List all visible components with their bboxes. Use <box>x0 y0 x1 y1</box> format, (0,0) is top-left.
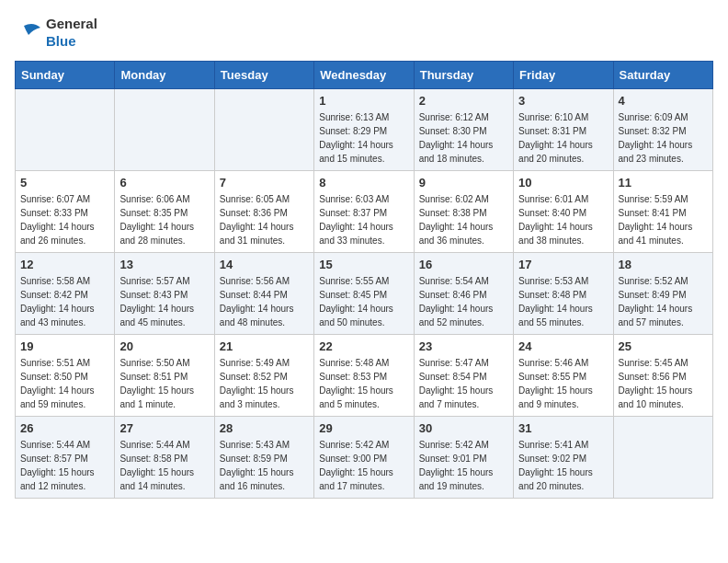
day-info: Sunrise: 5:41 AMSunset: 9:02 PMDaylight:… <box>518 438 608 493</box>
day-cell-16: 16Sunrise: 5:54 AMSunset: 8:46 PMDayligh… <box>414 253 513 335</box>
day-cell-empty <box>115 89 214 171</box>
day-info: Sunrise: 6:09 AMSunset: 8:32 PMDaylight:… <box>619 110 708 166</box>
day-number: 1 <box>319 94 408 108</box>
day-number: 24 <box>518 339 608 353</box>
day-number: 6 <box>119 176 209 190</box>
day-number: 16 <box>419 258 508 271</box>
day-info: Sunrise: 6:07 AMSunset: 8:33 PMDaylight:… <box>20 192 109 247</box>
day-info: Sunrise: 5:50 AMSunset: 8:51 PMDaylight:… <box>119 356 209 411</box>
logo: GeneralBlue <box>15 15 97 50</box>
day-number: 23 <box>419 339 508 353</box>
day-info: Sunrise: 6:05 AMSunset: 8:36 PMDaylight:… <box>220 192 309 247</box>
day-number: 9 <box>419 176 508 190</box>
week-row-4: 19Sunrise: 5:51 AMSunset: 8:50 PMDayligh… <box>16 335 713 417</box>
day-info: Sunrise: 5:56 AMSunset: 8:44 PMDaylight:… <box>220 274 309 329</box>
day-cell-empty <box>613 417 712 499</box>
day-cell-2: 2Sunrise: 6:12 AMSunset: 8:30 PMDaylight… <box>414 89 513 171</box>
day-cell-28: 28Sunrise: 5:43 AMSunset: 8:59 PMDayligh… <box>214 417 313 499</box>
day-cell-4: 4Sunrise: 6:09 AMSunset: 8:32 PMDaylight… <box>613 89 712 171</box>
col-header-wednesday: Wednesday <box>314 62 414 89</box>
day-cell-3: 3Sunrise: 6:10 AMSunset: 8:31 PMDaylight… <box>514 89 613 171</box>
day-info: Sunrise: 5:45 AMSunset: 8:56 PMDaylight:… <box>619 356 708 411</box>
logo-blue-text: Blue <box>46 33 76 49</box>
week-row-3: 12Sunrise: 5:58 AMSunset: 8:42 PMDayligh… <box>16 253 713 335</box>
day-number: 19 <box>20 339 109 353</box>
week-row-1: 1Sunrise: 6:13 AMSunset: 8:29 PMDaylight… <box>16 89 713 171</box>
day-info: Sunrise: 5:58 AMSunset: 8:42 PMDaylight:… <box>20 274 109 329</box>
day-info: Sunrise: 5:55 AMSunset: 8:45 PMDaylight:… <box>319 274 408 329</box>
day-number: 2 <box>419 94 508 108</box>
day-number: 30 <box>419 421 508 435</box>
day-cell-21: 21Sunrise: 5:49 AMSunset: 8:52 PMDayligh… <box>214 335 313 417</box>
week-row-2: 5Sunrise: 6:07 AMSunset: 8:33 PMDaylight… <box>16 171 713 253</box>
day-number: 4 <box>619 94 708 108</box>
day-number: 10 <box>518 176 608 190</box>
day-info: Sunrise: 5:52 AMSunset: 8:49 PMDaylight:… <box>619 274 708 329</box>
day-cell-14: 14Sunrise: 5:56 AMSunset: 8:44 PMDayligh… <box>214 253 313 335</box>
calendar-table: SundayMondayTuesdayWednesdayThursdayFrid… <box>15 61 713 499</box>
day-info: Sunrise: 5:48 AMSunset: 8:53 PMDaylight:… <box>319 356 408 411</box>
day-info: Sunrise: 5:49 AMSunset: 8:52 PMDaylight:… <box>220 356 309 411</box>
day-cell-6: 6Sunrise: 6:06 AMSunset: 8:35 PMDaylight… <box>115 171 214 253</box>
day-info: Sunrise: 6:02 AMSunset: 8:38 PMDaylight:… <box>419 192 508 247</box>
day-number: 20 <box>119 339 209 353</box>
logo-general-text: General <box>46 16 97 31</box>
header: GeneralBlue <box>15 15 713 50</box>
day-number: 22 <box>319 339 408 353</box>
day-number: 14 <box>220 258 309 271</box>
day-info: Sunrise: 6:10 AMSunset: 8:31 PMDaylight:… <box>518 110 608 166</box>
day-cell-29: 29Sunrise: 5:42 AMSunset: 9:00 PMDayligh… <box>314 417 414 499</box>
day-cell-30: 30Sunrise: 5:42 AMSunset: 9:01 PMDayligh… <box>414 417 513 499</box>
day-info: Sunrise: 5:57 AMSunset: 8:43 PMDaylight:… <box>119 274 209 329</box>
day-cell-22: 22Sunrise: 5:48 AMSunset: 8:53 PMDayligh… <box>314 335 414 417</box>
col-header-monday: Monday <box>115 62 214 89</box>
day-info: Sunrise: 6:13 AMSunset: 8:29 PMDaylight:… <box>319 110 408 166</box>
col-header-saturday: Saturday <box>613 62 712 89</box>
logo-text: GeneralBlue <box>46 15 97 50</box>
day-cell-12: 12Sunrise: 5:58 AMSunset: 8:42 PMDayligh… <box>16 253 115 335</box>
day-cell-19: 19Sunrise: 5:51 AMSunset: 8:50 PMDayligh… <box>16 335 115 417</box>
day-info: Sunrise: 5:59 AMSunset: 8:41 PMDaylight:… <box>619 192 708 247</box>
day-info: Sunrise: 5:47 AMSunset: 8:54 PMDaylight:… <box>419 356 508 411</box>
day-info: Sunrise: 6:01 AMSunset: 8:40 PMDaylight:… <box>518 192 608 247</box>
day-info: Sunrise: 6:06 AMSunset: 8:35 PMDaylight:… <box>119 192 209 247</box>
day-cell-1: 1Sunrise: 6:13 AMSunset: 8:29 PMDaylight… <box>314 89 414 171</box>
day-number: 15 <box>319 258 408 271</box>
day-number: 26 <box>20 421 109 435</box>
day-cell-empty <box>16 89 115 171</box>
day-cell-15: 15Sunrise: 5:55 AMSunset: 8:45 PMDayligh… <box>314 253 414 335</box>
day-cell-11: 11Sunrise: 5:59 AMSunset: 8:41 PMDayligh… <box>613 171 712 253</box>
logo-bird-icon <box>15 17 42 49</box>
day-number: 11 <box>619 176 708 190</box>
day-number: 13 <box>119 258 209 271</box>
day-number: 17 <box>518 258 608 271</box>
col-header-thursday: Thursday <box>414 62 513 89</box>
day-cell-31: 31Sunrise: 5:41 AMSunset: 9:02 PMDayligh… <box>514 417 613 499</box>
day-number: 7 <box>220 176 309 190</box>
day-info: Sunrise: 5:46 AMSunset: 8:55 PMDaylight:… <box>518 356 608 411</box>
day-info: Sunrise: 6:12 AMSunset: 8:30 PMDaylight:… <box>419 110 508 166</box>
day-number: 21 <box>220 339 309 353</box>
day-cell-13: 13Sunrise: 5:57 AMSunset: 8:43 PMDayligh… <box>115 253 214 335</box>
day-info: Sunrise: 5:53 AMSunset: 8:48 PMDaylight:… <box>518 274 608 329</box>
day-info: Sunrise: 5:43 AMSunset: 8:59 PMDaylight:… <box>220 438 309 493</box>
day-cell-10: 10Sunrise: 6:01 AMSunset: 8:40 PMDayligh… <box>514 171 613 253</box>
day-info: Sunrise: 5:44 AMSunset: 8:58 PMDaylight:… <box>119 438 209 493</box>
day-cell-5: 5Sunrise: 6:07 AMSunset: 8:33 PMDaylight… <box>16 171 115 253</box>
day-cell-9: 9Sunrise: 6:02 AMSunset: 8:38 PMDaylight… <box>414 171 513 253</box>
day-number: 12 <box>20 258 109 271</box>
day-cell-17: 17Sunrise: 5:53 AMSunset: 8:48 PMDayligh… <box>514 253 613 335</box>
day-number: 3 <box>518 94 608 108</box>
day-cell-18: 18Sunrise: 5:52 AMSunset: 8:49 PMDayligh… <box>613 253 712 335</box>
col-header-friday: Friday <box>514 62 613 89</box>
day-cell-empty <box>214 89 313 171</box>
day-cell-26: 26Sunrise: 5:44 AMSunset: 8:57 PMDayligh… <box>16 417 115 499</box>
day-number: 27 <box>119 421 209 435</box>
day-cell-27: 27Sunrise: 5:44 AMSunset: 8:58 PMDayligh… <box>115 417 214 499</box>
day-number: 28 <box>220 421 309 435</box>
header-row: SundayMondayTuesdayWednesdayThursdayFrid… <box>16 62 713 89</box>
day-cell-24: 24Sunrise: 5:46 AMSunset: 8:55 PMDayligh… <box>514 335 613 417</box>
day-info: Sunrise: 5:51 AMSunset: 8:50 PMDaylight:… <box>20 356 109 411</box>
day-info: Sunrise: 5:42 AMSunset: 9:01 PMDaylight:… <box>419 438 508 493</box>
day-info: Sunrise: 5:44 AMSunset: 8:57 PMDaylight:… <box>20 438 109 493</box>
